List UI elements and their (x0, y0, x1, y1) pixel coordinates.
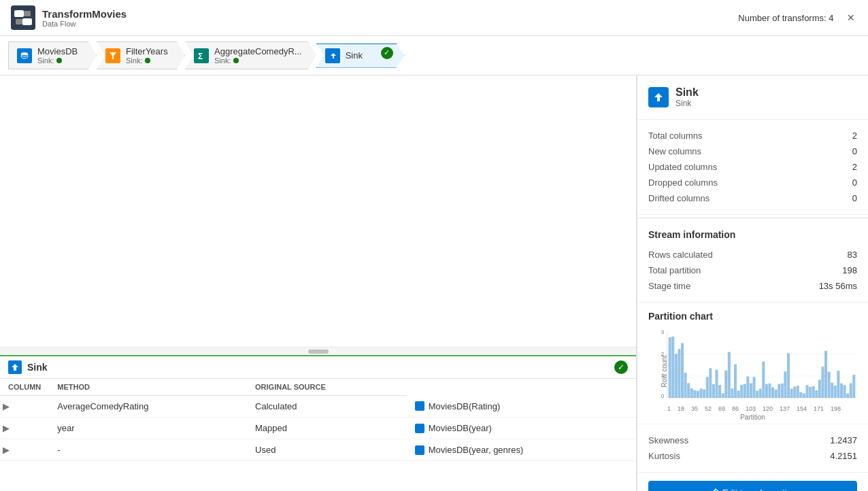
chart-bar (709, 368, 712, 398)
col-name: AverageComedyRating (49, 396, 247, 418)
col-expand[interactable]: ▶ (0, 396, 49, 418)
chart-x-tick: 35 (691, 405, 698, 412)
stream-value: 13s 56ms (819, 281, 857, 291)
aggregatecomedyr-step-content: AggregateComedyR... Sink: (214, 46, 302, 65)
aggregatecomedyr-step-name: AggregateComedyR... (214, 46, 302, 56)
stat-value: 0 (852, 193, 857, 203)
chart-x-tick: 1 (667, 405, 671, 412)
chart-x-tick: 137 (780, 405, 790, 412)
pipeline-step-sink[interactable]: Sink ✓ (316, 44, 405, 68)
kurtosis-value: 4.2151 (830, 451, 857, 461)
chart-bar (756, 391, 758, 398)
chart-bar (765, 384, 768, 398)
aggregatecomedyr-step-sub: Sink: (214, 56, 302, 65)
chart-x-title: Partition (648, 413, 857, 421)
partition-chart-section: Partition chart Row count 3 2 1 0 118355… (637, 303, 868, 424)
table-row: ▶ year Mapped MoviesDB(year) (0, 418, 636, 439)
edit-icon (709, 488, 718, 492)
chart-bar (671, 337, 674, 398)
scroll-thumb[interactable] (308, 350, 329, 354)
main-area: Sink ✓ COLUMNMETHODORIGINAL SOURCE ▶ Ave… (0, 75, 868, 491)
canvas-area: Sink ✓ COLUMNMETHODORIGINAL SOURCE ▶ Ave… (0, 75, 637, 491)
chart-bar (775, 390, 778, 398)
chart-bar (815, 390, 818, 398)
chart-bar (831, 383, 833, 398)
chart-x-tick: 154 (797, 405, 807, 412)
col-expand[interactable]: ▶ (0, 418, 49, 439)
chart-x-tick: 198 (831, 405, 841, 412)
chart-bar (834, 386, 837, 398)
stream-info-title: Stream information (648, 229, 857, 240)
canvas-workspace (0, 75, 636, 347)
chart-bar (746, 377, 749, 398)
stat-row: Drifted columns0 (648, 190, 857, 206)
kurtosis-row: Kurtosis 4.2151 (648, 448, 857, 464)
chart-x-tick: 171 (814, 405, 824, 412)
table-header-column: COLUMN (0, 379, 49, 396)
bottom-check-icon: ✓ (614, 360, 628, 374)
scrollbar[interactable] (0, 347, 636, 355)
chart-bar (731, 388, 733, 398)
bottom-header-left: Sink (8, 360, 48, 374)
app-header: TransformMovies Data Flow Number of tran… (0, 0, 868, 36)
chart-bar (762, 362, 765, 398)
bottom-panel: Sink ✓ COLUMNMETHODORIGINAL SOURCE ▶ Ave… (0, 355, 636, 491)
chart-bar (690, 388, 693, 398)
pipeline-step-filteryears[interactable]: FilterYears Sink: (97, 41, 185, 69)
chart-bar (687, 383, 690, 398)
rp-header: Sink Sink (637, 75, 868, 120)
pipeline-step-aggregatecomedyr[interactable]: Σ AggregateComedyR... Sink: (185, 41, 316, 69)
edit-button-label: Edit transformation (722, 488, 797, 491)
chart-bar (750, 384, 752, 398)
stat-value: 2 (852, 131, 857, 141)
pipeline-step-moviesdb[interactable]: MoviesDB Sink: (8, 41, 97, 69)
rp-divider (637, 218, 868, 218)
pipeline-bar: MoviesDB Sink: FilterYears Sink: Σ Aggre… (0, 36, 868, 75)
edit-transformation-button[interactable]: Edit transformation (648, 481, 857, 491)
chart-bar (678, 349, 680, 398)
app-subtitle: Data Flow (42, 20, 738, 28)
chart-bar (693, 390, 696, 398)
chart-bar (737, 390, 740, 398)
stat-row: Dropped columns0 (648, 175, 857, 190)
kurtosis-label: Kurtosis (648, 451, 680, 461)
col-method: Used (247, 439, 407, 461)
chart-bar (837, 371, 839, 398)
stream-value: 83 (848, 250, 857, 260)
stream-stat-row: Total partition198 (648, 263, 857, 278)
col-expand[interactable]: ▶ (0, 439, 49, 461)
filteryears-step-icon (105, 48, 120, 63)
chart-bar (734, 365, 737, 398)
stat-value: 2 (852, 162, 857, 172)
chart-bar (850, 384, 852, 398)
col-source: MoviesDB(year) (407, 418, 636, 439)
stat-label: Drifted columns (648, 193, 710, 203)
chart-bar (787, 353, 790, 398)
app-logo (11, 5, 35, 30)
chart-bar (799, 392, 802, 398)
chart-bar (778, 384, 780, 398)
table-row: ▶ AverageComedyRating Calculated MoviesD… (0, 396, 636, 418)
table-header-method: METHOD (49, 379, 247, 396)
stream-stat-row: Rows calculated83 (648, 247, 857, 263)
chart-bar (753, 377, 756, 398)
stream-label: Total partition (648, 265, 701, 275)
chart-bar (740, 385, 743, 398)
chart-bar (744, 384, 746, 398)
source-db-icon (415, 424, 424, 433)
table-header-original-source: ORIGINAL SOURCE (247, 379, 407, 396)
moviesdb-step-content: MoviesDB Sink: (37, 46, 78, 65)
close-button[interactable]: × (844, 8, 857, 28)
chart-bar (697, 391, 699, 398)
data-table-container: COLUMNMETHODORIGINAL SOURCE ▶ AverageCom… (0, 379, 636, 461)
chart-bar (781, 384, 784, 398)
chart-bar (700, 388, 703, 398)
chart-bar (844, 385, 846, 398)
skewness-label: Skewness (648, 435, 688, 445)
bottom-panel-title: Sink (27, 362, 48, 373)
data-table: COLUMNMETHODORIGINAL SOURCE ▶ AverageCom… (0, 379, 636, 461)
stat-label: Updated columns (648, 162, 717, 172)
chart-bar (718, 385, 721, 398)
source-db-icon (415, 445, 424, 455)
chart-bar (828, 372, 831, 398)
